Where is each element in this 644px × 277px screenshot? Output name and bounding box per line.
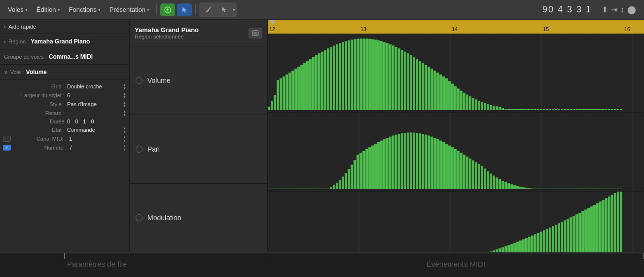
numero-value: 7	[69, 145, 123, 151]
ruler-marker-14: 14	[450, 26, 458, 32]
etat-param-row: État : Commande ▲▼	[0, 125, 129, 134]
track-lane-pan-label: Pan	[147, 145, 160, 153]
grid-param-row: Grid : Double croche ▲▼	[0, 82, 129, 91]
midi-content	[268, 34, 644, 252]
chevron-down-icon[interactable]: ∨	[4, 70, 7, 75]
canal-label: Canal MIDI :	[13, 136, 69, 142]
annotation-midi-text: Évènements MIDI	[268, 260, 644, 268]
checkmark-icon: ✓	[5, 145, 9, 150]
midi-lane-modulation	[268, 192, 644, 252]
retard-param-row: Retard : ▲▼	[0, 109, 129, 118]
voie-section: ∨ Voie : Volume	[0, 65, 129, 80]
grid-label: Grid :	[3, 83, 67, 89]
duree-label: Durée	[3, 119, 67, 124]
largeur-stepper[interactable]: ▲▼	[123, 92, 126, 99]
volume-canvas	[268, 34, 643, 110]
bottom-annotations: Paramètres de file Évènements MIDI	[0, 252, 644, 277]
etat-label: État :	[3, 127, 67, 133]
ruler-number-12: 12	[268, 26, 275, 32]
menu-fonctions[interactable]: Fonctions ▾	[65, 4, 105, 15]
track-lane-modulation-label: Modulation	[147, 214, 181, 222]
grid-stepper[interactable]: ▲▼	[123, 83, 126, 90]
track-name: Yamaha Grand Piano	[135, 26, 199, 34]
radio-volume[interactable]	[136, 77, 143, 84]
voie-value: Volume	[26, 69, 47, 76]
largeur-value: 6	[67, 92, 123, 98]
retard-label: Retard :	[3, 110, 67, 116]
track-lane-modulation[interactable]: Modulation	[130, 184, 267, 252]
cursor-icon	[180, 6, 188, 14]
menu-edition[interactable]: Édition ▾	[33, 4, 64, 15]
track-header-info: Yamaha Grand Piano Région sélectionnée	[135, 26, 199, 40]
track-header: Yamaha Grand Piano Région sélectionnée	[130, 20, 267, 46]
toolbar-right-icons: ⬆ ⇥ ↕ ⬤	[598, 5, 640, 14]
chevron-down-icon: ▾	[58, 7, 60, 12]
ruler-marker-15: 15	[541, 26, 549, 32]
largeur-param-row: Largeur du stylet : 6 ▲▼	[0, 91, 129, 100]
midi-icon	[164, 6, 172, 14]
aide-rapide-label: Aide rapide	[8, 24, 36, 30]
retard-stepper[interactable]: ▲▼	[123, 110, 126, 117]
style-value: Pas d'image	[67, 101, 123, 107]
duree-val-0: 0	[67, 119, 70, 124]
midi-icon-btn[interactable]	[160, 3, 175, 16]
ruler-marker-13: 13	[359, 26, 366, 32]
playhead-triangle	[270, 20, 276, 25]
circle-icon[interactable]: ⬤	[627, 5, 636, 14]
style-label: Style :	[3, 101, 67, 107]
annotation-line-midi-left	[268, 253, 268, 259]
style-stepper[interactable]: ▲▼	[123, 101, 126, 108]
ruler-number-13: 13	[359, 26, 366, 32]
numero-stepper[interactable]: ▲▼	[123, 144, 126, 151]
numero-param-row: ✓ Numéro : 7 ▲▼	[0, 143, 129, 152]
numero-label: Numéro :	[13, 145, 69, 151]
duree-values: 0 0 1 0	[67, 119, 126, 124]
svg-line-1	[209, 7, 211, 9]
canal-value: 1	[69, 136, 123, 142]
canal-checkbox[interactable]	[3, 136, 11, 142]
time-display: 90 4 3 3 1	[537, 4, 597, 15]
groupe-row: Groupe de voies : Comma...s MIDI	[4, 52, 125, 61]
pointer-tool-btn[interactable]	[217, 3, 232, 16]
ruler-marker-12: 12	[268, 26, 275, 32]
radio-pan[interactable]	[136, 146, 143, 153]
pen-tool-btn[interactable]	[201, 3, 215, 16]
etat-value: Commande	[67, 127, 123, 133]
align-bottom-icon[interactable]: ↕	[620, 5, 624, 14]
groupe-value: Comma...s MIDI	[49, 53, 93, 60]
params-section: Grid : Double croche ▲▼ Largeur du style…	[0, 80, 129, 154]
canal-stepper[interactable]: ▲▼	[123, 135, 126, 142]
menu-voies[interactable]: Voies ▾	[4, 4, 32, 15]
ruler-number-16: 16	[623, 26, 630, 32]
align-top-icon[interactable]: ⬆	[602, 5, 608, 14]
track-header-icon-btn[interactable]	[249, 28, 262, 39]
duree-val-3: 0	[91, 119, 94, 124]
svg-rect-3	[253, 32, 257, 35]
midi-lane-pan	[268, 113, 644, 192]
region-row: › Région : Yamaha Grand Piano	[4, 37, 125, 46]
chevron-right-icon[interactable]: ›	[4, 24, 5, 30]
annotation-params-right	[130, 253, 130, 259]
groupe-label: Groupe de voies :	[4, 54, 47, 60]
duree-param-row: Durée 0 0 1 0	[0, 118, 129, 125]
modulation-canvas	[268, 192, 643, 252]
tool-group: ▾	[199, 2, 237, 17]
cursor-icon-btn[interactable]	[177, 3, 192, 16]
radio-modulation[interactable]	[136, 214, 143, 221]
chevron-right-icon[interactable]: ›	[4, 39, 5, 44]
pen-icon	[204, 6, 212, 14]
etat-stepper[interactable]: ▲▼	[123, 126, 126, 133]
voie-label: Voie :	[10, 69, 24, 75]
duree-val-1: 0	[75, 119, 78, 124]
menu-presentation[interactable]: Présentation ▾	[106, 4, 153, 15]
track-lane-pan[interactable]: Pan	[130, 115, 267, 184]
aide-rapide-row: › Aide rapide	[4, 23, 125, 31]
region-value: Yamaha Grand Piano	[31, 38, 90, 45]
annotation-bracket-params	[64, 253, 130, 253]
ruler-marker-16: 16	[623, 26, 630, 32]
align-right-icon[interactable]: ⇥	[611, 5, 617, 14]
numero-checkbox[interactable]: ✓	[3, 145, 11, 151]
left-panel: › Aide rapide › Région : Yamaha Grand Pi…	[0, 20, 130, 252]
toolbar: Voies ▾ Édition ▾ Fonctions ▾ Présentati…	[0, 0, 644, 20]
track-lane-volume[interactable]: Volume	[130, 46, 267, 115]
